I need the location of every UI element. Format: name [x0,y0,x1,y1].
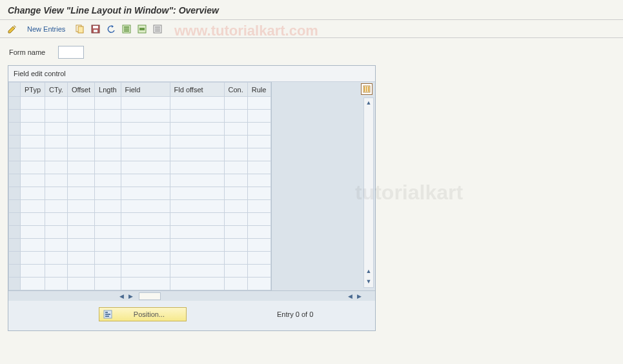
scroll-right2-icon[interactable]: ▶ [354,292,363,301]
position-label: Position... [116,310,182,318]
select-header[interactable] [9,83,21,97]
scroll-thumb[interactable] [139,292,161,300]
svg-rect-14 [155,30,160,32]
save-icon[interactable] [90,23,101,35]
select-block-icon[interactable] [136,23,148,35]
grid-table: PTyp CTy. Offset Lngth Field Fld offset … [8,82,271,290]
grid-wrapper: PTyp CTy. Offset Lngth Field Fld offset … [8,82,375,290]
field-edit-control-panel: Field edit control PTyp CTy. Offset Lngt… [8,65,376,331]
col-cty[interactable]: CTy. [45,83,68,97]
svg-rect-12 [155,26,160,28]
svg-rect-3 [93,26,98,28]
svg-rect-17 [366,86,367,92]
scroll-down-icon[interactable]: ▼ [364,277,373,286]
table-row[interactable] [9,265,271,278]
table-row[interactable] [9,110,271,123]
scroll-right-icon[interactable]: ▶ [126,292,135,301]
col-fld-offset[interactable]: Fld offset [170,83,224,97]
svg-rect-22 [105,316,109,317]
svg-rect-16 [364,86,365,92]
entry-count: Entry 0 of 0 [277,310,313,318]
col-rule[interactable]: Rule [247,83,271,97]
scroll-up2-icon[interactable]: ▲ [364,267,373,276]
scroll-up-icon[interactable]: ▲ [364,98,373,107]
svg-rect-13 [155,28,160,30]
svg-rect-10 [139,28,145,30]
page-title: Change View "Line Layout in Window": Ove… [0,0,623,20]
form-name-row: Form name [0,38,623,65]
copy-icon[interactable] [74,23,86,35]
scroll-left2-icon[interactable]: ◀ [345,292,354,301]
table-row[interactable] [9,161,271,174]
table-row[interactable] [9,97,271,110]
table-row[interactable] [9,174,271,187]
table-row[interactable] [9,252,271,265]
vertical-scrollbar[interactable]: ▲ ▲ ▼ [363,97,374,288]
svg-rect-18 [368,86,369,92]
table-row[interactable] [9,123,271,136]
position-icon [103,310,112,319]
svg-rect-20 [105,312,108,313]
deselect-icon[interactable] [152,23,163,35]
svg-rect-8 [124,30,129,32]
grid-gutter: ▲ ▲ ▼ [271,82,375,290]
panel-footer: Position... Entry 0 of 0 [8,301,375,330]
toolbar: New Entries [0,20,623,38]
horizontal-scrollbar[interactable]: ◀ ▶ ◀ ▶ [8,290,375,301]
select-all-icon[interactable] [121,23,132,35]
col-length[interactable]: Lngth [95,83,121,97]
table-row[interactable] [9,278,271,290]
table-row[interactable] [9,136,271,148]
col-ptyp[interactable]: PTyp [21,83,45,97]
form-name-label: Form name [9,48,45,56]
panel-header: Field edit control [8,66,375,82]
table-row[interactable] [9,226,271,239]
svg-rect-1 [78,26,83,33]
table-row[interactable] [9,148,271,161]
svg-rect-21 [105,314,110,315]
svg-rect-6 [124,26,129,28]
table-row[interactable] [9,239,271,252]
undo-icon[interactable] [105,23,117,35]
edit-icon[interactable] [6,23,18,35]
scroll-left-icon[interactable]: ◀ [117,292,126,301]
table-settings-icon[interactable] [361,83,373,95]
svg-rect-4 [94,30,97,32]
col-field[interactable]: Field [121,83,170,97]
table-row[interactable] [9,187,271,200]
position-button[interactable]: Position... [99,307,187,321]
table-row[interactable] [9,200,271,213]
col-con[interactable]: Con. [224,83,247,97]
form-name-input[interactable] [58,46,84,59]
svg-rect-7 [124,28,129,30]
table-row[interactable] [9,213,271,226]
col-offset[interactable]: Offset [67,83,94,97]
new-entries-button[interactable]: New Entries [22,25,70,33]
